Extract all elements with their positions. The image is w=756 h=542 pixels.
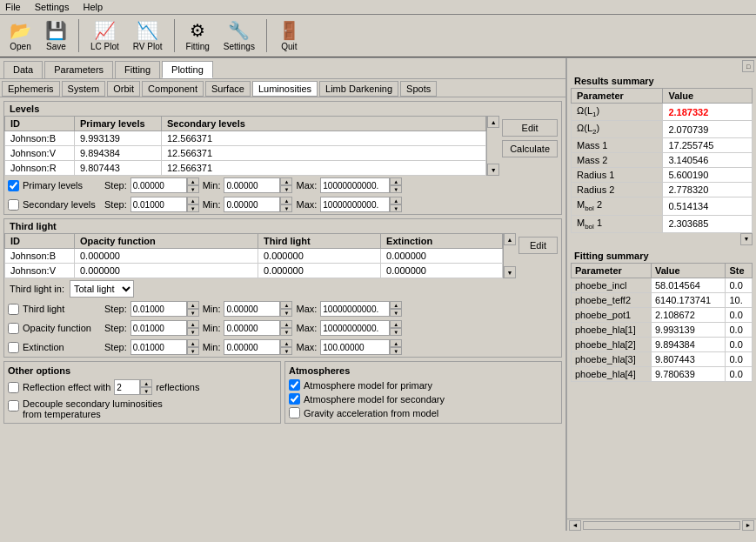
menu-file[interactable]: File [5, 2, 21, 12]
primary-step-down[interactable]: ▼ [187, 185, 199, 193]
save-button[interactable]: 💾 Save [41, 17, 71, 54]
step-label-tl: Step: [104, 304, 127, 314]
third-light-section: Third light ID Opacity function Third li… [3, 218, 562, 358]
op-min-down[interactable]: ▼ [280, 328, 292, 336]
secondary-min-input[interactable]: ▲ ▼ [224, 197, 292, 212]
primary-levels-checkbox[interactable] [8, 180, 19, 191]
ext-max-up[interactable]: ▲ [390, 339, 402, 347]
op-step-input[interactable]: ▲ ▼ [130, 320, 199, 336]
tab-fitting[interactable]: Fitting [115, 61, 160, 78]
left-panel: Data Parameters Fitting Plotting Ephemer… [0, 58, 566, 531]
secondary-min-down[interactable]: ▼ [280, 204, 292, 212]
primary-max-input[interactable]: ▲ ▼ [320, 177, 402, 193]
subtab-luminosities[interactable]: Luminosities [252, 81, 318, 97]
fitting-table: Parameter Value Ste phoebe_incl 58.01456… [571, 263, 753, 382]
atm-gravity-checkbox[interactable] [289, 407, 300, 418]
toolbar: 📂 Open 💾 Save 📈 LC Plot 📉 RV Plot ⚙ Fitt… [0, 15, 756, 58]
opacity-checkbox[interactable] [8, 323, 19, 334]
op-min-up[interactable]: ▲ [280, 320, 292, 328]
fitting-button[interactable]: ⚙ Fitting [182, 17, 214, 54]
ext-step-up[interactable]: ▲ [187, 339, 199, 347]
subtab-spots[interactable]: Spots [400, 81, 437, 97]
quit-button[interactable]: 🚪 Quit [274, 17, 304, 54]
primary-step-up[interactable]: ▲ [187, 177, 199, 185]
bottom-scrollbar[interactable]: ◄ ► [567, 519, 756, 531]
tab-plotting[interactable]: Plotting [162, 61, 213, 78]
tl-step-input[interactable]: ▲ ▼ [130, 301, 199, 317]
secondary-max-down[interactable]: ▼ [390, 204, 402, 212]
settings-button[interactable]: 🔧 Settings [219, 17, 259, 54]
tl-min-up[interactable]: ▲ [280, 301, 292, 309]
reflection-up[interactable]: ▲ [140, 379, 152, 387]
tl-in-select[interactable]: Total light Flux Magnitude [70, 280, 134, 298]
reflections-label: reflections [156, 382, 199, 392]
subtab-system[interactable]: System [62, 81, 106, 97]
secondary-step-down[interactable]: ▼ [187, 204, 199, 212]
reflection-spin[interactable]: ▲ ▼ [114, 379, 152, 395]
op-max-up[interactable]: ▲ [390, 320, 402, 328]
primary-min-up[interactable]: ▲ [280, 177, 292, 185]
lc-plot-button[interactable]: 📈 LC Plot [86, 17, 124, 54]
tab-data[interactable]: Data [3, 61, 43, 78]
tab-parameters[interactable]: Parameters [44, 61, 113, 78]
secondary-min-up[interactable]: ▲ [280, 197, 292, 204]
fitting-row: phoebe_incl 58.014564 0.0 [572, 278, 753, 292]
levels-edit-button[interactable]: Edit [502, 119, 558, 137]
ext-step-down[interactable]: ▼ [187, 347, 199, 355]
fitting-row: phoebe_hla[3] 9.807443 0.0 [572, 351, 753, 366]
decouple-checkbox[interactable] [8, 400, 19, 412]
ext-min-input[interactable]: ▲ ▼ [224, 339, 292, 355]
primary-max-down[interactable]: ▼ [390, 185, 402, 193]
reflection-checkbox[interactable] [8, 382, 19, 393]
third-light-label: Third light [23, 304, 101, 314]
secondary-step-input[interactable]: ▲ ▼ [130, 197, 199, 212]
op-min-input[interactable]: ▲ ▼ [224, 320, 292, 336]
maximize-button[interactable]: □ [742, 60, 754, 72]
primary-max-up[interactable]: ▲ [390, 177, 402, 185]
extinction-checkbox[interactable] [8, 342, 19, 353]
subtab-surface[interactable]: Surface [205, 81, 251, 97]
tl-max-input[interactable]: ▲ ▼ [320, 301, 402, 317]
tl-max-up[interactable]: ▲ [390, 301, 402, 309]
fitting-col-param: Parameter [572, 263, 652, 278]
secondary-max-up[interactable]: ▲ [390, 197, 402, 204]
tl-step-down[interactable]: ▼ [187, 309, 199, 317]
secondary-max-input[interactable]: ▲ ▼ [320, 197, 402, 212]
ext-max-down[interactable]: ▼ [390, 347, 402, 355]
op-step-down[interactable]: ▼ [187, 328, 199, 336]
other-options-title: Other options [8, 365, 277, 376]
levels-calculate-button[interactable]: Calculate [502, 140, 558, 157]
tl-scrollbar[interactable]: ▲ ▼ [503, 233, 515, 278]
menu-help[interactable]: Help [83, 2, 103, 12]
subtab-limb-darkening[interactable]: Limb Darkening [319, 81, 398, 97]
ext-step-input[interactable]: ▲ ▼ [130, 339, 199, 355]
subtab-orbit[interactable]: Orbit [107, 81, 140, 97]
tl-edit-button[interactable]: Edit [518, 237, 558, 254]
op-max-down[interactable]: ▼ [390, 328, 402, 336]
primary-min-input[interactable]: ▲ ▼ [224, 177, 292, 193]
tl-min-input[interactable]: ▲ ▼ [224, 301, 292, 317]
tl-max-down[interactable]: ▼ [390, 309, 402, 317]
tl-min-down[interactable]: ▼ [280, 309, 292, 317]
ext-max-input[interactable]: ▲ ▼ [320, 339, 402, 355]
subtab-component[interactable]: Component [142, 81, 204, 97]
atm-primary-checkbox[interactable] [289, 379, 300, 391]
open-button[interactable]: 📂 Open [5, 17, 36, 54]
primary-min-down[interactable]: ▼ [280, 185, 292, 193]
primary-step-input[interactable]: ▲ ▼ [130, 177, 199, 193]
levels-scrollbar[interactable]: ▲ ▼ [486, 116, 498, 176]
atm-secondary-checkbox[interactable] [289, 393, 300, 405]
op-step-up[interactable]: ▲ [187, 320, 199, 328]
secondary-step-up[interactable]: ▲ [187, 197, 199, 204]
subtab-ephemeris[interactable]: Ephemeris [2, 81, 60, 97]
op-max-input[interactable]: ▲ ▼ [320, 320, 402, 336]
third-light-checkbox[interactable] [8, 304, 19, 315]
rv-plot-button[interactable]: 📉 RV Plot [129, 17, 167, 54]
secondary-levels-checkbox[interactable] [8, 199, 19, 211]
ext-min-down[interactable]: ▼ [280, 347, 292, 355]
ext-min-up[interactable]: ▲ [280, 339, 292, 347]
reflection-down[interactable]: ▼ [140, 387, 152, 395]
results-scroll-arrow[interactable]: ▼ [567, 233, 756, 245]
tl-step-up[interactable]: ▲ [187, 301, 199, 309]
menu-settings[interactable]: Settings [35, 2, 70, 12]
